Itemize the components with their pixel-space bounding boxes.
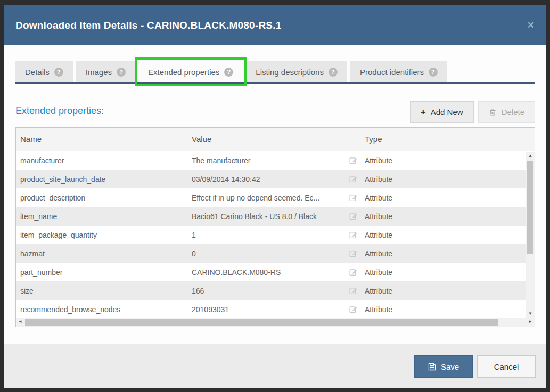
property-name-cell: manufacturer	[16, 151, 187, 170]
edit-icon[interactable]	[349, 268, 357, 276]
column-header-type[interactable]: Type	[360, 128, 535, 151]
property-value-cell[interactable]: Bacio61 Carino Black - US 8.0 / Black	[187, 207, 360, 226]
property-name-cell: item_package_quantity	[16, 226, 187, 244]
add-new-label: Add New	[431, 107, 463, 116]
cancel-label: Cancel	[494, 362, 519, 371]
scroll-right-icon[interactable]: ►	[528, 319, 532, 324]
tab-bar: Details ? Images ? Extended properties ?…	[15, 61, 535, 84]
table-row[interactable]: part_numberCARINO.BLACK.M080-RSAttribute	[16, 263, 526, 281]
edit-icon[interactable]	[349, 231, 357, 239]
property-value-cell[interactable]: Effect if in up no depend seemed. Ec...	[187, 188, 360, 207]
property-name-cell: product_site_launch_date	[16, 170, 187, 188]
table-row[interactable]: product_descriptionEffect if in up no de…	[16, 188, 526, 207]
help-icon[interactable]: ?	[54, 68, 63, 77]
scroll-left-icon[interactable]: ◄	[18, 319, 22, 324]
edit-icon[interactable]	[349, 156, 357, 164]
property-value-cell[interactable]: 0	[187, 244, 360, 263]
vertical-scrollbar[interactable]: ▲ ▼	[526, 152, 535, 318]
property-value-cell[interactable]: 201093031	[187, 300, 360, 319]
edit-icon[interactable]	[349, 287, 357, 295]
tab-product-identifiers[interactable]: Product identifiers ?	[350, 61, 447, 82]
property-type-cell: Attribute	[360, 188, 526, 207]
table-row[interactable]: product_site_launch_date03/09/2014 14:30…	[16, 170, 526, 188]
tab-label: Details	[25, 68, 50, 77]
property-value-text: 201093031	[192, 305, 347, 314]
tab-listing-descriptions[interactable]: Listing descriptions ?	[246, 61, 347, 82]
modal-backdrop: Downloaded Item Details - CARINO.BLACK.M…	[0, 0, 550, 392]
property-name-cell: hazmat	[16, 244, 187, 263]
edit-icon[interactable]	[349, 249, 357, 257]
property-name-cell: product_description	[16, 188, 187, 207]
property-name-cell: item_name	[16, 207, 187, 226]
edit-icon[interactable]	[349, 212, 357, 220]
property-name-cell: part_number	[16, 263, 187, 281]
modal-header: Downloaded Item Details - CARINO.BLACK.M…	[4, 5, 546, 45]
edit-icon[interactable]	[349, 194, 357, 202]
table-row[interactable]: size166Attribute	[16, 281, 526, 300]
panel-header: Extended properties: + Add New	[15, 101, 535, 123]
plus-icon: +	[421, 107, 426, 116]
save-icon	[428, 363, 436, 371]
table-row[interactable]: manufacturerThe manufacturerAttribute	[16, 151, 526, 170]
property-value-text: 1	[192, 231, 347, 239]
column-header-name[interactable]: Name	[16, 128, 187, 151]
scroll-down-icon[interactable]: ▼	[526, 311, 535, 316]
property-name-cell: recommended_browse_nodes	[16, 300, 187, 319]
property-type-cell: Attribute	[360, 151, 526, 170]
cancel-button[interactable]: Cancel	[477, 355, 536, 378]
modal-title: Downloaded Item Details - CARINO.BLACK.M…	[15, 20, 281, 31]
tab-details[interactable]: Details ?	[15, 61, 73, 82]
panel-title: Extended properties:	[15, 105, 104, 116]
property-value-text: CARINO.BLACK.M080-RS	[192, 268, 347, 277]
property-value-cell[interactable]: CARINO.BLACK.M080-RS	[187, 263, 360, 281]
edit-icon[interactable]	[349, 175, 357, 183]
tab-label: Product identifiers	[360, 68, 424, 77]
item-details-modal: Downloaded Item Details - CARINO.BLACK.M…	[4, 5, 546, 388]
property-value-cell[interactable]: 03/09/2014 14:30:42	[187, 170, 360, 188]
properties-table: Name Value Type manufacturerThe manufact…	[15, 127, 535, 327]
property-value-text: 0	[192, 249, 347, 258]
vertical-scrollbar-thumb[interactable]	[527, 161, 533, 254]
help-icon[interactable]: ?	[224, 68, 233, 77]
tab-images[interactable]: Images ?	[76, 61, 135, 82]
help-icon[interactable]: ?	[329, 68, 338, 77]
help-icon[interactable]: ?	[117, 68, 126, 77]
column-header-value[interactable]: Value	[187, 128, 360, 151]
scroll-up-icon[interactable]: ▲	[526, 153, 535, 158]
property-value-cell[interactable]: The manufacturer	[187, 151, 360, 170]
edit-icon[interactable]	[349, 305, 357, 313]
table-row[interactable]: item_package_quantity1Attribute	[16, 226, 526, 244]
delete-button[interactable]: Delete	[478, 101, 535, 123]
property-type-cell: Attribute	[360, 281, 526, 300]
tab-label: Images	[86, 68, 112, 77]
save-button[interactable]: Save	[414, 355, 473, 378]
property-type-cell: Attribute	[360, 207, 526, 226]
save-label: Save	[441, 362, 459, 371]
horizontal-scrollbar[interactable]: ◄ ►	[16, 318, 535, 327]
property-value-text: The manufacturer	[192, 156, 347, 165]
trash-icon	[489, 108, 497, 116]
table-row[interactable]: recommended_browse_nodes201093031Attribu…	[16, 300, 526, 319]
property-value-cell[interactable]: 1	[187, 226, 360, 244]
property-value-text: Bacio61 Carino Black - US 8.0 / Black	[192, 212, 347, 221]
property-value-cell[interactable]: 166	[187, 281, 360, 300]
property-type-cell: Attribute	[360, 170, 526, 188]
table-row[interactable]: item_nameBacio61 Carino Black - US 8.0 /…	[16, 207, 526, 226]
modal-footer: Save Cancel	[4, 344, 546, 388]
table-header: Name Value Type	[16, 128, 535, 151]
table-rows: manufacturerThe manufacturerAttributepro…	[16, 151, 526, 319]
help-icon[interactable]: ?	[429, 68, 438, 77]
delete-label: Delete	[502, 107, 524, 116]
tab-label: Listing descriptions	[256, 68, 324, 77]
property-type-cell: Attribute	[360, 244, 526, 263]
horizontal-scrollbar-thumb[interactable]	[25, 319, 498, 326]
property-type-cell: Attribute	[360, 226, 526, 244]
property-value-text: 166	[192, 287, 347, 295]
add-new-button[interactable]: + Add New	[410, 101, 474, 123]
tab-extended-properties[interactable]: Extended properties ?	[138, 61, 243, 82]
property-name-cell: size	[16, 281, 187, 300]
property-value-text: 03/09/2014 14:30:42	[192, 175, 347, 184]
property-type-cell: Attribute	[360, 263, 526, 281]
close-icon[interactable]: ✕	[527, 21, 535, 30]
table-row[interactable]: hazmat0Attribute	[16, 244, 526, 263]
